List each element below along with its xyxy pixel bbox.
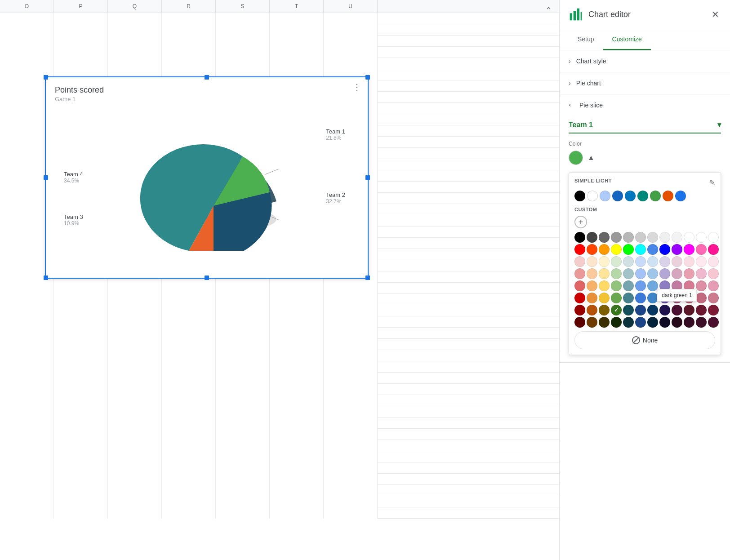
selected-color-circle[interactable] (569, 151, 583, 165)
cg-xdyellow[interactable] (599, 317, 610, 328)
cg-myellow[interactable] (599, 268, 610, 279)
cg-rosepink2[interactable] (672, 280, 682, 291)
cg-orange[interactable] (599, 244, 610, 255)
cg-mpeach[interactable] (587, 268, 597, 279)
cg-green2[interactable] (611, 280, 622, 291)
cg-cyan[interactable] (635, 244, 646, 255)
resize-handle-mr[interactable] (365, 175, 370, 180)
cg-darkplum[interactable] (696, 293, 707, 303)
color-expand-button[interactable]: ▲ (586, 152, 596, 163)
cg-blue2[interactable] (635, 280, 646, 291)
cg-xdpurple[interactable] (659, 317, 670, 328)
chart-menu-button[interactable]: ⋮ (352, 83, 361, 92)
cg-pinklavender2[interactable] (696, 280, 707, 291)
cg-red2[interactable] (574, 280, 585, 291)
col-header-Q[interactable]: Q (108, 0, 162, 13)
cg-lblue[interactable] (635, 256, 646, 267)
cg-red[interactable] (574, 244, 585, 255)
cg-white2[interactable] (696, 232, 707, 243)
cg-pink2[interactable] (684, 280, 694, 291)
cg-hotpink[interactable] (696, 244, 707, 255)
accordion-pie-slice-header[interactable]: ⌄ Pie slice (560, 94, 730, 116)
cg-lgreen[interactable] (611, 256, 622, 267)
cg-lightgray1[interactable] (647, 232, 658, 243)
color-blue-3[interactable] (675, 191, 686, 201)
cg-xdskyblue[interactable] (647, 317, 658, 328)
cg-gray1[interactable] (611, 232, 622, 243)
cg-lightgray3[interactable] (672, 232, 682, 243)
cg-black[interactable] (574, 232, 585, 243)
resize-handle-tc[interactable] (205, 75, 209, 80)
resize-handle-br[interactable] (365, 276, 370, 280)
cg-llilac[interactable] (659, 256, 670, 267)
color-light-blue-1[interactable] (600, 191, 610, 201)
cg-mflamingo[interactable] (708, 268, 719, 279)
cg-mrosepink[interactable] (684, 268, 694, 279)
cg-xdrosepink[interactable] (672, 317, 682, 328)
accordion-chart-style-header[interactable]: › Chart style (560, 50, 730, 72)
cg-lskyblue[interactable] (647, 256, 658, 267)
cg-skyblue2[interactable] (647, 280, 658, 291)
cg-xdflamingo[interactable] (696, 317, 707, 328)
cg-mblue[interactable] (635, 268, 646, 279)
cg-purple[interactable] (672, 244, 682, 255)
cg-xdorange[interactable] (587, 317, 597, 328)
close-button[interactable]: ✕ (710, 7, 721, 22)
cg-gray2[interactable] (623, 232, 634, 243)
cg-lcyan[interactable] (623, 256, 634, 267)
cg-darkred[interactable] (574, 293, 585, 303)
cg-yellow2[interactable] (599, 280, 610, 291)
cg-vdpurple[interactable] (659, 305, 670, 316)
resize-handle-tl[interactable] (44, 75, 48, 80)
cg-mrose[interactable] (672, 268, 682, 279)
cg-lpink[interactable] (574, 256, 585, 267)
cg-cornflowerblue[interactable] (647, 244, 658, 255)
cg-redorange[interactable] (587, 244, 597, 255)
resize-handle-bl[interactable] (44, 276, 48, 280)
color-dark-blue-1[interactable] (612, 191, 623, 201)
cg-xdpink[interactable] (708, 317, 719, 328)
cg-darkpink[interactable] (684, 293, 694, 303)
accordion-pie-chart-header[interactable]: › Pie chart (560, 72, 730, 94)
cg-lpinklight[interactable] (684, 256, 694, 267)
color-blue-2[interactable] (625, 191, 636, 201)
cg-darkgray2[interactable] (599, 232, 610, 243)
cg-vdflaming[interactable] (696, 305, 707, 316)
add-custom-color-button[interactable]: + (574, 216, 587, 228)
none-button[interactable]: None (574, 331, 715, 349)
cg-mpinklavender[interactable] (696, 268, 707, 279)
cg-vdyellow[interactable] (599, 305, 610, 316)
cg-xdgreen[interactable] (611, 317, 622, 328)
cg-magenta[interactable] (684, 244, 694, 255)
cg-lmistyrose[interactable] (708, 256, 719, 267)
cg-flamingo2[interactable] (708, 280, 719, 291)
col-header-P[interactable]: P (54, 0, 108, 13)
team-dropdown[interactable]: Team 1 ▾ (569, 116, 721, 133)
color-white[interactable] (587, 191, 598, 201)
cg-vdplum[interactable] (684, 305, 694, 316)
cg-xdteal[interactable] (623, 317, 634, 328)
cg-darkpurple[interactable] (659, 293, 670, 303)
cg-mskyblue[interactable] (647, 268, 658, 279)
cg-purple2[interactable] (659, 280, 670, 291)
edit-palette-button[interactable]: ✎ (709, 178, 715, 187)
cg-mteal[interactable] (623, 268, 634, 279)
resize-handle-bc[interactable] (205, 276, 209, 280)
cg-deeppink[interactable] (708, 244, 719, 255)
cg-blue[interactable] (659, 244, 670, 255)
cg-darkblue[interactable] (635, 293, 646, 303)
col-header-O[interactable]: O (0, 0, 54, 13)
color-black[interactable] (574, 191, 585, 201)
resize-handle-tr[interactable] (365, 75, 370, 80)
cg-xdred[interactable] (574, 317, 585, 328)
col-header-U[interactable]: U (324, 0, 378, 13)
color-orange-1[interactable] (663, 191, 673, 201)
cg-darkyellow[interactable] (599, 293, 610, 303)
cg-teal2[interactable] (623, 280, 634, 291)
chart-container[interactable]: Points scored Game 1 ⋮ Team 4 34.5% Team… (45, 76, 369, 279)
cg-mlilac[interactable] (659, 268, 670, 279)
cg-darkgray1[interactable] (587, 232, 597, 243)
tab-customize[interactable]: Customize (603, 29, 651, 50)
cg-gray3[interactable] (635, 232, 646, 243)
cg-darkteal[interactable] (623, 293, 634, 303)
